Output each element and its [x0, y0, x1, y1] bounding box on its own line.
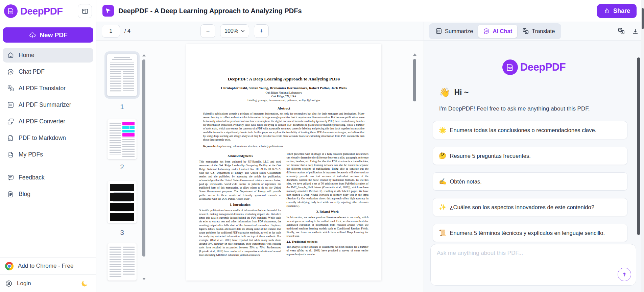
thumbnail-page-2[interactable] — [108, 119, 137, 159]
sidebar-item-feedback[interactable]: Feedback — [3, 170, 93, 185]
page-number-input[interactable] — [102, 25, 120, 38]
sidebar-item-pdf-to-markdown[interactable]: PDF to Markdown — [3, 131, 93, 145]
svg-text:A: A — [526, 31, 528, 33]
introduction-heading: 1. Introduction — [199, 203, 281, 207]
zoom-level-dropdown[interactable]: 100% — [220, 24, 249, 38]
window-scrollbar-thumb[interactable] — [642, 8, 644, 29]
sidebar-item-label: Home — [19, 52, 34, 59]
brand-name: DeepPDF — [20, 6, 63, 17]
suggestion-notes[interactable]: ✍️ Obtén notas. — [433, 172, 627, 191]
introduction-text: Scientific publications have a wealth of… — [199, 209, 281, 257]
tab-translate[interactable]: A Translate — [517, 25, 560, 38]
suggestion-innovative-aspects[interactable]: ✨ ¿Cuáles son los aspectos innovadores d… — [433, 198, 627, 216]
download-icon — [632, 28, 639, 35]
zoom-out-button[interactable]: − — [200, 24, 215, 38]
svg-text:PDF: PDF — [9, 10, 13, 13]
sidebar-item-chat-pdf[interactable]: AI Chat PDF — [3, 65, 93, 79]
suggestion-key-conclusions[interactable]: 🌟 Enumera todas las conclusiones o recom… — [433, 121, 627, 139]
ai-chat-bubble-icon: AI — [483, 28, 490, 34]
send-button[interactable] — [618, 268, 631, 281]
tab-ai-chat[interactable]: AI AI Chat — [478, 25, 517, 38]
paper-abstract-block: Abstract Scientific publications contain… — [199, 106, 368, 148]
thumb-scroll-down-arrow[interactable] — [142, 278, 146, 280]
window-scrollbar-track[interactable] — [641, 0, 644, 292]
sidebar-item-label: AI PDF Summarizer — [19, 101, 71, 108]
zoom-in-button[interactable]: + — [254, 24, 269, 38]
sidebar-item-blog[interactable]: Blog — [3, 187, 93, 201]
right-column-paragraph: When presented with an image of a fully … — [287, 152, 369, 208]
sparkles-emoji: ✨ — [439, 203, 446, 211]
zoom-level-value: 100% — [224, 28, 238, 34]
download-button[interactable] — [632, 28, 639, 35]
scroll-emoji: 📜 — [439, 229, 446, 237]
share-button[interactable]: Share — [597, 4, 637, 18]
panel-tabs: Summarize AI AI Chat A Translate — [429, 23, 561, 39]
translate-icon: A — [7, 85, 14, 92]
thumbnail-page-1-selected[interactable] — [104, 51, 140, 99]
add-to-chrome-button[interactable]: Add to Chrome - Free — [0, 257, 96, 274]
new-pdf-button[interactable]: New PDF — [3, 27, 93, 43]
star-emoji: 🌟 — [439, 126, 446, 134]
topbar: DeepPDF - A Deep Learning Approach to An… — [96, 0, 644, 22]
chrome-icon — [5, 262, 14, 270]
suggestion-faq[interactable]: 🤔 Resume 5 preguntas frecuentes. — [433, 147, 627, 165]
login-row[interactable]: Login — [0, 274, 96, 292]
paper-authors: Christopher Stahl, Steven Young, Drahomi… — [199, 86, 368, 90]
suggestion-text: Enumera todas las conclusiones o recomen… — [450, 127, 596, 133]
thumbnail-page-3[interactable] — [108, 181, 137, 223]
thumbnail-page-4[interactable] — [108, 243, 137, 281]
sidebar-item-label: PDF to Markdown — [19, 135, 66, 142]
related-work-text: In this section, we review previous lite… — [287, 216, 369, 238]
share-icon — [603, 7, 610, 14]
chat-greeting: 👋 Hi ~ — [439, 87, 644, 98]
zoom-controls: − 100% + — [200, 24, 269, 38]
doc-refresh-icon — [7, 135, 14, 142]
tab-label: AI Chat — [493, 28, 512, 34]
svg-text:PDF: PDF — [9, 154, 12, 156]
suggestion-text: Enumera 5 términos técnicos y explícalos… — [450, 230, 605, 236]
tab-summarize[interactable]: Summarize — [430, 25, 478, 38]
acknowledgments-heading: Acknowledgments — [199, 154, 281, 159]
thumb-scroll-up-arrow[interactable] — [142, 54, 146, 56]
sidebar-collapse-button[interactable] — [78, 4, 92, 18]
sidebar-item-home[interactable]: Home — [3, 48, 93, 63]
user-icon — [5, 280, 13, 287]
chat-logo-row: PDF DeepPDF — [424, 59, 644, 75]
page-scroll-up-arrow[interactable] — [413, 53, 416, 56]
paper-left-column: Acknowledgments This manuscript has been… — [199, 152, 281, 257]
page-scrollbar[interactable] — [413, 59, 416, 101]
thinking-emoji: 🤔 — [439, 152, 446, 160]
sidebar-item-label: Chat PDF — [19, 68, 45, 75]
sidebar-item-ai-pdf-converter[interactable]: AI PDF Converter — [3, 114, 93, 129]
chat-toolbar: Summarize AI AI Chat A Translate — [424, 22, 644, 41]
sidebar-item-ai-pdf-translator[interactable]: A AI PDF Translator — [3, 81, 93, 96]
sidebar: PDF DeepPDF New PDF — [0, 0, 96, 292]
suggestion-text: Resume 5 preguntas frecuentes. — [450, 153, 530, 159]
sidebar-item-my-pdfs[interactable]: PDF My PDFs — [3, 147, 93, 162]
chat-scrollbar[interactable] — [637, 57, 640, 235]
chat-input[interactable] — [431, 244, 636, 271]
paper-affiliation: Oak Ridge National Laboratory — [199, 91, 368, 94]
thumbnail-page-1 — [107, 54, 137, 96]
ai-chat-bubble-icon: AI — [7, 68, 14, 75]
deeppdf-logo-icon: PDF — [4, 4, 18, 18]
svg-text:AI: AI — [485, 30, 488, 32]
translate-icon: A — [522, 28, 529, 34]
translate-page-button[interactable]: A — [618, 27, 625, 35]
tab-label: Summarize — [445, 28, 473, 34]
sidebar-item-label: AI PDF Converter — [19, 118, 65, 125]
sidebar-item-label: Blog — [19, 191, 30, 198]
abstract-heading: Abstract — [203, 106, 364, 110]
suggestion-text: ¿Cuáles son los aspectos innovadores de … — [450, 204, 594, 211]
paper-right-column: When presented with an image of a fully … — [287, 152, 369, 257]
greeting-text: Hi ~ — [454, 88, 469, 97]
thumbnail-scrollbar[interactable] — [142, 59, 145, 257]
svg-text:A: A — [11, 88, 13, 91]
traditional-methods-text: The analysis of the structure of documen… — [287, 245, 369, 256]
chat-intro-text: I'm DeepPDF! Feel free to ask me anythin… — [439, 105, 644, 112]
paper-title: DeepPDF: A Deep Learning Approach to Ana… — [199, 76, 368, 82]
suggestion-technical-terms[interactable]: 📜 Enumera 5 términos técnicos y explícal… — [433, 224, 627, 242]
sidebar-item-ai-pdf-summarizer[interactable]: AI PDF Summarizer — [3, 98, 93, 112]
thumbnail-number-1: 1 — [104, 103, 140, 111]
dark-mode-moon-icon[interactable] — [80, 279, 89, 288]
